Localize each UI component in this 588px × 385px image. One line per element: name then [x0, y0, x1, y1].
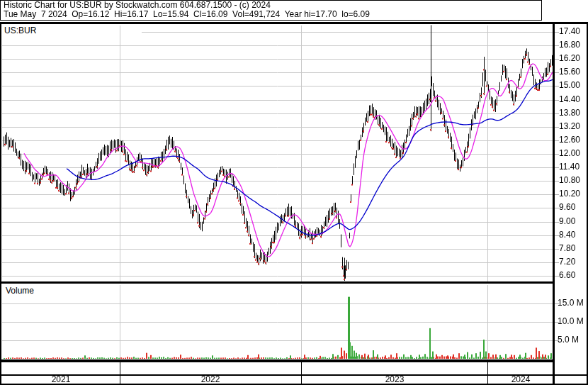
- price-axis-label: 9.00: [559, 217, 575, 226]
- price-volume-chart-canvas: [0, 0, 588, 385]
- price-axis-label: 7.80: [559, 244, 575, 253]
- price-axis-label: 17.40: [559, 27, 580, 36]
- volume-panel-label: Volume: [4, 286, 37, 296]
- symbol-label: US:BUR: [3, 26, 39, 36]
- price-axis-label: 7.20: [559, 257, 575, 267]
- x-axis-year-label: 2024: [511, 375, 531, 384]
- x-axis-year-label: 2021: [52, 375, 71, 384]
- stock-chart-window: Historic Chart for US:BUR by Stockwatch.…: [0, 0, 588, 385]
- quote-summary-line: Tue May 7 2024 Op=16.12 Hi=16.17 Lo=15.9…: [4, 10, 370, 19]
- price-axis-label: 11.40: [559, 162, 579, 172]
- price-axis-label: 10.80: [559, 176, 580, 185]
- price-axis-label: 14.40: [559, 95, 580, 104]
- price-axis-label: 13.80: [559, 108, 580, 118]
- price-axis-label: 16.80: [559, 40, 580, 50]
- price-axis-label: 9.60: [559, 203, 575, 212]
- price-axis-label: 6.60: [559, 271, 575, 280]
- price-axis-label: 12.60: [559, 135, 580, 145]
- price-axis-label: 8.40: [559, 230, 575, 240]
- price-axis-label: 10.20: [559, 189, 580, 199]
- volume-axis-label: 10.0 M: [558, 317, 584, 326]
- price-axis-label: 12.00: [559, 149, 580, 158]
- price-axis-label: 13.20: [559, 122, 580, 131]
- price-axis-label: 15.00: [559, 81, 580, 90]
- price-axis-label: 15.60: [559, 67, 580, 77]
- volume-axis-label: 5.0 M: [558, 335, 579, 345]
- price-axis-label: 16.20: [559, 54, 580, 63]
- volume-axis-label: 15.0 M: [558, 298, 584, 308]
- x-axis-year-label: 2023: [385, 375, 405, 384]
- x-axis-year-label: 2022: [201, 375, 220, 384]
